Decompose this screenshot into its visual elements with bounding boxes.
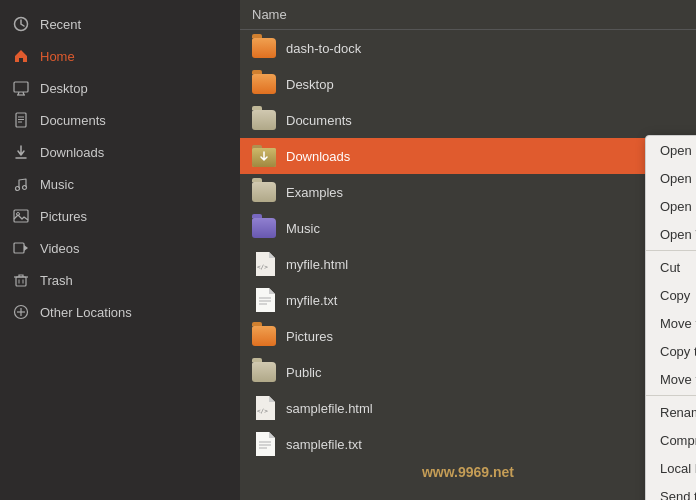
- list-item[interactable]: Examples: [240, 174, 696, 210]
- list-item[interactable]: Pictures: [240, 318, 696, 354]
- file-icon: [252, 432, 276, 456]
- context-menu-item-copy[interactable]: Copy Ctrl+C: [646, 281, 696, 309]
- main-content: Name dash-to-dock Desktop Documents: [240, 0, 696, 500]
- file-name: Public: [286, 365, 321, 380]
- videos-icon: [12, 239, 30, 257]
- context-menu-item-open-new-tab[interactable]: Open In New Tab Ctrl+Return: [646, 164, 696, 192]
- file-list[interactable]: dash-to-dock Desktop Documents: [240, 30, 696, 500]
- folder-icon: [252, 360, 276, 384]
- music-icon: [12, 175, 30, 193]
- trash-icon: [12, 271, 30, 289]
- svg-rect-14: [14, 243, 24, 253]
- sidebar-item-other-locations-label: Other Locations: [40, 305, 132, 320]
- list-item[interactable]: samplefile.txt: [240, 426, 696, 462]
- sidebar-item-music-label: Music: [40, 177, 74, 192]
- other-locations-icon: [12, 303, 30, 321]
- folder-icon: [252, 72, 276, 96]
- list-item[interactable]: myfile.txt: [240, 282, 696, 318]
- list-item[interactable]: Music: [240, 210, 696, 246]
- sidebar-item-pictures[interactable]: Pictures: [0, 200, 240, 232]
- file-name: myfile.html: [286, 257, 348, 272]
- context-menu-separator: [646, 250, 696, 251]
- file-icon: </>: [252, 396, 276, 420]
- svg-point-10: [16, 187, 20, 191]
- home-icon: [12, 47, 30, 65]
- file-icon: [252, 288, 276, 312]
- svg-marker-15: [24, 245, 28, 251]
- context-menu-label: Copy: [660, 288, 690, 303]
- desktop-icon: [12, 79, 30, 97]
- sidebar-item-trash[interactable]: Trash: [0, 264, 240, 296]
- sidebar-item-downloads-label: Downloads: [40, 145, 104, 160]
- context-menu-item-copy-to[interactable]: Copy to…: [646, 337, 696, 365]
- column-header-label: Name: [252, 7, 287, 22]
- sidebar-item-desktop-label: Desktop: [40, 81, 88, 96]
- context-menu-item-open-with[interactable]: Open With Other Application: [646, 220, 696, 248]
- context-menu-item-open-new-window[interactable]: Open In New Window Shift+Return: [646, 192, 696, 220]
- context-menu-item-open[interactable]: Open Return: [646, 136, 696, 164]
- sidebar-item-documents[interactable]: Documents: [0, 104, 240, 136]
- context-menu-item-cut[interactable]: Cut Ctrl+X: [646, 253, 696, 281]
- context-menu-item-send-to[interactable]: Send to…: [646, 482, 696, 500]
- context-menu-label: Open In New Tab: [660, 171, 696, 186]
- sidebar-item-other-locations[interactable]: Other Locations: [0, 296, 240, 328]
- context-menu-item-rename[interactable]: Rename… F2: [646, 398, 696, 426]
- context-menu-label: Open In New Window: [660, 199, 696, 214]
- svg-rect-1: [14, 82, 28, 92]
- file-name: Downloads: [286, 149, 350, 164]
- sidebar-item-trash-label: Trash: [40, 273, 73, 288]
- sidebar-item-home-label: Home: [40, 49, 75, 64]
- list-item[interactable]: Public: [240, 354, 696, 390]
- context-menu-label: Compress…: [660, 433, 696, 448]
- sidebar-item-recent-label: Recent: [40, 17, 81, 32]
- context-menu-item-move-to[interactable]: Move to…: [646, 309, 696, 337]
- sidebar-item-home[interactable]: Home: [0, 40, 240, 72]
- sidebar-item-documents-label: Documents: [40, 113, 106, 128]
- svg-point-11: [23, 186, 27, 190]
- file-name: myfile.txt: [286, 293, 337, 308]
- sidebar-item-downloads[interactable]: Downloads: [0, 136, 240, 168]
- file-name: samplefile.html: [286, 401, 373, 416]
- list-item[interactable]: </> samplefile.html: [240, 390, 696, 426]
- context-menu-label: Local Network Share: [660, 461, 696, 476]
- sidebar-item-pictures-label: Pictures: [40, 209, 87, 224]
- folder-icon: [252, 144, 276, 168]
- folder-icon: [252, 216, 276, 240]
- svg-rect-12: [14, 210, 28, 222]
- column-header: Name: [240, 0, 696, 30]
- sidebar-item-recent[interactable]: Recent: [0, 8, 240, 40]
- context-menu-item-local-network[interactable]: Local Network Share: [646, 454, 696, 482]
- list-item[interactable]: dash-to-dock: [240, 30, 696, 66]
- sidebar-item-music[interactable]: Music: [0, 168, 240, 200]
- file-name: Pictures: [286, 329, 333, 344]
- context-menu-label: Copy to…: [660, 344, 696, 359]
- context-menu-label: Rename…: [660, 405, 696, 420]
- file-name: Documents: [286, 113, 352, 128]
- folder-icon: [252, 324, 276, 348]
- folder-icon: [252, 108, 276, 132]
- list-item[interactable]: Documents: [240, 102, 696, 138]
- svg-text:</>: </>: [257, 407, 268, 414]
- sidebar-item-videos[interactable]: Videos: [0, 232, 240, 264]
- file-name: samplefile.txt: [286, 437, 362, 452]
- svg-rect-16: [16, 277, 26, 286]
- list-item[interactable]: Desktop: [240, 66, 696, 102]
- file-name: dash-to-dock: [286, 41, 361, 56]
- file-name: Music: [286, 221, 320, 236]
- context-menu-label: Open: [660, 143, 692, 158]
- documents-icon: [12, 111, 30, 129]
- folder-icon: [252, 36, 276, 60]
- pictures-icon: [12, 207, 30, 225]
- recent-icon: [12, 15, 30, 33]
- context-menu-item-move-to-trash[interactable]: Move to Trash Delete: [646, 365, 696, 393]
- list-item-downloads[interactable]: Downloads: [240, 138, 696, 174]
- context-menu-label: Cut: [660, 260, 680, 275]
- file-name: Desktop: [286, 77, 334, 92]
- sidebar-item-desktop[interactable]: Desktop: [0, 72, 240, 104]
- list-item[interactable]: </> myfile.html: [240, 246, 696, 282]
- context-menu-item-compress[interactable]: Compress…: [646, 426, 696, 454]
- context-menu: Open Return Open In New Tab Ctrl+Return …: [645, 135, 696, 500]
- context-menu-label: Move to…: [660, 316, 696, 331]
- sidebar: Recent Home Desktop: [0, 0, 240, 500]
- folder-icon: [252, 180, 276, 204]
